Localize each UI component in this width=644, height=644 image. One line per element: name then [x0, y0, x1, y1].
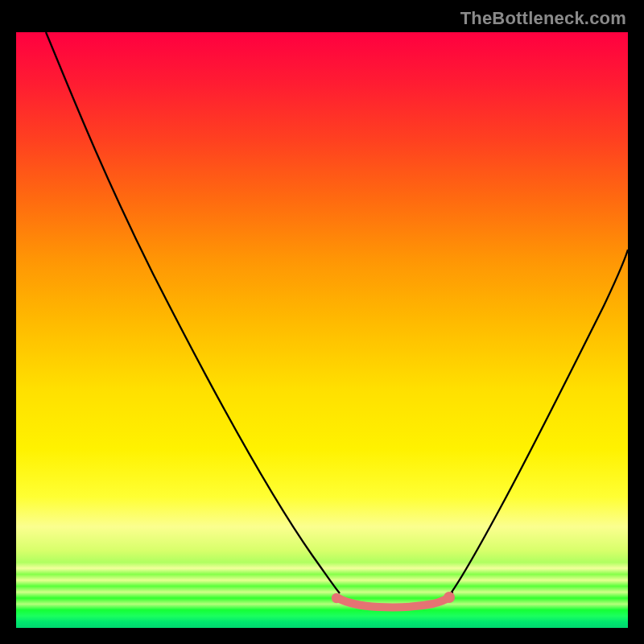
- right-curve: [451, 250, 628, 593]
- plateau-segment: [338, 598, 448, 607]
- plateau-left-dot: [332, 593, 341, 603]
- chart-svg-layer: [16, 32, 628, 628]
- left-curve: [46, 32, 340, 593]
- plateau-right-dot: [444, 592, 455, 603]
- chart-frame: [16, 32, 628, 628]
- watermark-text: TheBottleneck.com: [460, 8, 626, 29]
